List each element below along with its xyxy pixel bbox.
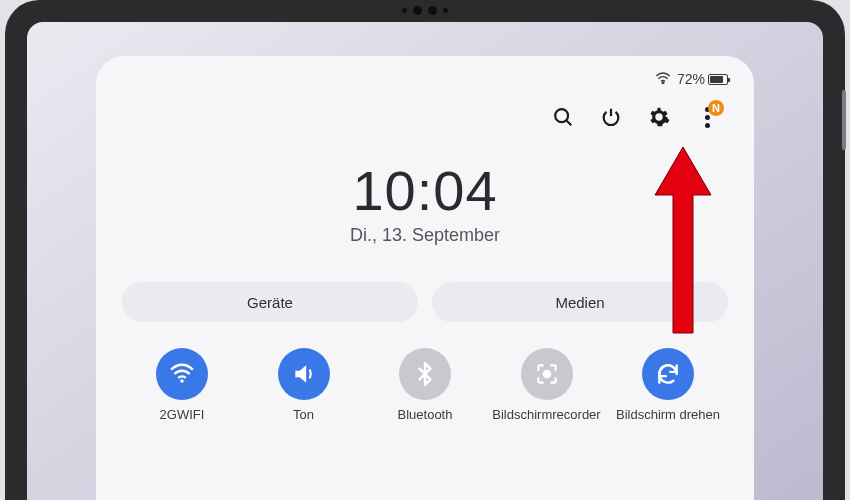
battery-indicator: 72% [677, 71, 728, 87]
quick-settings-row: 2GWIFI Ton [122, 348, 728, 438]
battery-icon [708, 74, 728, 85]
bluetooth-icon [399, 348, 451, 400]
screen: 72% [27, 22, 823, 500]
clock-date: Di., 13. September [122, 225, 728, 246]
svg-point-3 [180, 379, 183, 382]
status-bar: 72% [122, 68, 728, 90]
qs-bluetooth-label: Bluetooth [398, 408, 453, 438]
panel-actions: N [122, 104, 728, 130]
power-icon[interactable] [598, 104, 624, 130]
quick-settings-panel: 72% [96, 56, 754, 500]
devices-button[interactable]: Geräte [122, 282, 418, 322]
physical-side-button [842, 90, 846, 150]
qs-wifi-label: 2GWIFI [160, 408, 205, 438]
svg-point-4 [543, 371, 550, 378]
clock-block: 10:04 Di., 13. September [122, 158, 728, 246]
notification-badge: N [708, 100, 724, 116]
svg-line-2 [567, 121, 572, 126]
devices-label: Geräte [247, 294, 293, 311]
qs-screenrecorder[interactable]: Bildschirmrecorder [493, 348, 601, 438]
qs-bluetooth[interactable]: Bluetooth [371, 348, 479, 438]
camera-notch [402, 6, 448, 15]
media-button[interactable]: Medien [432, 282, 728, 322]
qs-sound[interactable]: Ton [250, 348, 358, 438]
qs-sound-label: Ton [293, 408, 314, 438]
segmented-control: Geräte Medien [122, 282, 728, 322]
qs-screenrecorder-label: Bildschirmrecorder [492, 408, 600, 438]
rotate-icon [642, 348, 694, 400]
sound-icon [278, 348, 330, 400]
search-icon[interactable] [550, 104, 576, 130]
clock-time: 10:04 [122, 158, 728, 223]
wifi-status-icon [655, 71, 671, 87]
qs-wifi[interactable]: 2GWIFI [128, 348, 236, 438]
wifi-icon [156, 348, 208, 400]
media-label: Medien [555, 294, 604, 311]
screen-record-icon [521, 348, 573, 400]
svg-point-1 [555, 109, 568, 122]
battery-percent: 72% [677, 71, 705, 87]
overflow-menu-icon[interactable]: N [694, 104, 720, 130]
settings-gear-icon[interactable] [646, 104, 672, 130]
qs-rotate[interactable]: Bildschirm drehen [614, 348, 722, 438]
qs-rotate-label: Bildschirm drehen [616, 408, 720, 438]
tablet-frame: 72% [5, 0, 845, 500]
svg-point-0 [662, 82, 664, 84]
